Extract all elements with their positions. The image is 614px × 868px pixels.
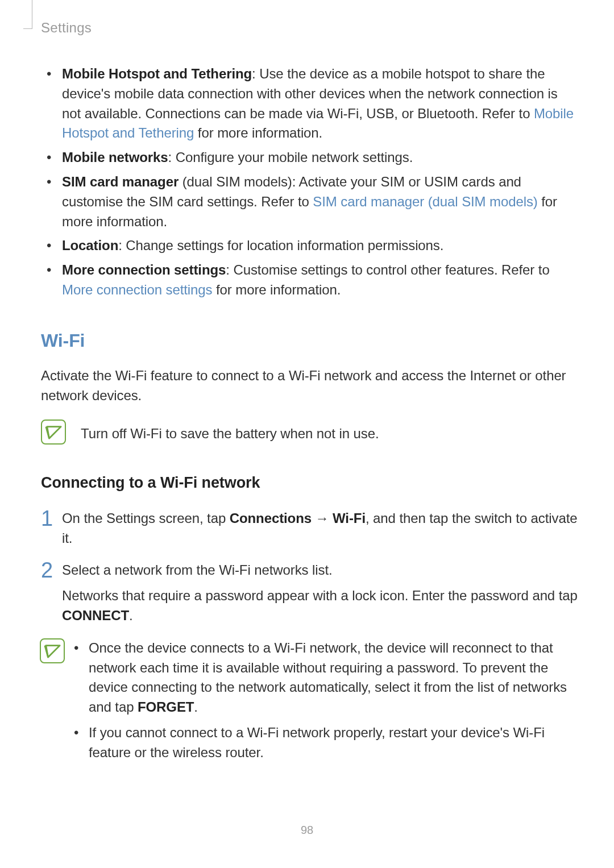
text: for more information. — [194, 125, 322, 140]
note-icon-wrap — [40, 638, 68, 663]
text: Networks that require a password appear … — [62, 588, 578, 603]
text: for more information. — [212, 282, 341, 297]
note-text: Turn off Wi-Fi to save the battery when … — [81, 420, 578, 444]
step-2: Select a network from the Wi-Fi networks… — [41, 560, 578, 625]
label-bold: Mobile networks — [62, 149, 168, 165]
label-bold: Wi-Fi — [333, 510, 366, 526]
note-icon — [41, 420, 66, 445]
link-more[interactable]: More connection settings — [62, 282, 212, 297]
list-item: Mobile Hotspot and Tethering: Use the de… — [41, 64, 578, 143]
heading-wifi: Wi-Fi — [41, 327, 578, 354]
page: Settings Mobile Hotspot and Tethering: U… — [0, 0, 614, 868]
list-item: If you cannot connect to a Wi-Fi network… — [68, 723, 578, 763]
step-2-sub: Networks that require a password appear … — [62, 586, 578, 626]
arrow: → — [312, 510, 333, 526]
label-bold: FORGET — [138, 699, 194, 715]
steps-list: On the Settings screen, tap Connections … — [41, 509, 578, 626]
label-bold: Mobile Hotspot and Tethering — [62, 66, 252, 81]
text: : Configure your mobile network settings… — [168, 149, 413, 165]
list-item: Once the device connects to a Wi-Fi netw… — [68, 638, 578, 717]
list-item: SIM card manager (dual SIM models): Acti… — [41, 172, 578, 231]
text: : Customise settings to control other fe… — [226, 262, 549, 277]
text: On the Settings screen, tap — [62, 510, 230, 526]
page-content: Mobile Hotspot and Tethering: Use the de… — [41, 64, 578, 769]
link-sim[interactable]: SIM card manager (dual SIM models) — [313, 194, 537, 209]
step-1: On the Settings screen, tap Connections … — [41, 509, 578, 549]
list-item: Location: Change settings for location i… — [41, 236, 578, 256]
note-row: Turn off Wi-Fi to save the battery when … — [41, 420, 578, 445]
tip-list: Once the device connects to a Wi-Fi netw… — [68, 638, 578, 769]
text: . — [129, 608, 133, 623]
text: If you cannot connect to a Wi-Fi network… — [89, 725, 545, 760]
heading-connecting: Connecting to a Wi-Fi network — [41, 472, 578, 494]
note-icon-wrap — [41, 420, 69, 445]
label-bold: SIM card manager — [62, 174, 179, 189]
label-bold: Connections — [230, 510, 312, 526]
text: : Change settings for location informati… — [118, 238, 443, 253]
page-number: 98 — [0, 822, 614, 838]
text: Select a network from the Wi-Fi networks… — [62, 562, 333, 578]
label-bold: Location — [62, 238, 118, 253]
feature-list: Mobile Hotspot and Tethering: Use the de… — [41, 64, 578, 300]
text: . — [194, 699, 198, 715]
list-item: More connection settings: Customise sett… — [41, 260, 578, 300]
list-item: Mobile networks: Configure your mobile n… — [41, 148, 578, 168]
note-block: Once the device connects to a Wi-Fi netw… — [41, 638, 578, 769]
wifi-intro: Activate the Wi-Fi feature to connect to… — [41, 366, 578, 406]
section-header: Settings — [41, 18, 92, 38]
note-icon — [40, 638, 65, 663]
label-bold: More connection settings — [62, 262, 226, 277]
label-bold: CONNECT — [62, 608, 129, 623]
tab-indicator — [23, 0, 32, 29]
